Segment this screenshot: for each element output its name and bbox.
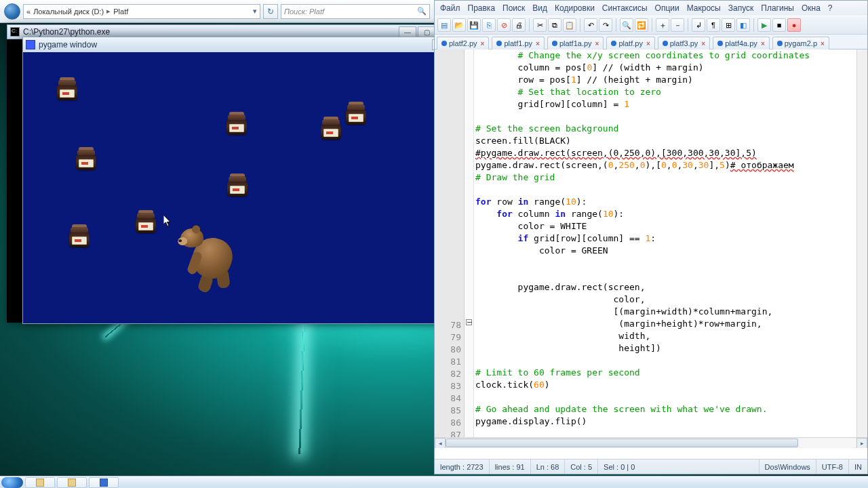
replace-button[interactable]: 🔁	[635, 18, 648, 32]
menu-item-правка[interactable]: Правка	[468, 3, 496, 13]
file-tab[interactable]: platf3.py×	[658, 37, 710, 49]
cmd-icon	[10, 27, 20, 37]
hscroll-left-arrow[interactable]: ◂	[435, 438, 446, 448]
horizontal-scrollbar[interactable]: ◂ ▸	[435, 437, 867, 448]
refresh-button[interactable]: ↻	[263, 4, 278, 19]
macro-play-button[interactable]: ▶	[757, 18, 771, 32]
menu-item-макросы[interactable]: Макросы	[687, 3, 721, 13]
tab-close-icon[interactable]: ×	[481, 40, 485, 47]
vertical-scrollbar[interactable]	[856, 49, 867, 437]
menu-item-файл[interactable]: Файл	[440, 3, 460, 13]
menu-item-запуск[interactable]: Запуск	[728, 3, 754, 13]
file-tab[interactable]: pygam2.p×	[772, 37, 829, 49]
show-all-chars-button[interactable]: ¶	[707, 18, 720, 32]
address-box[interactable]: « Локальный диск (D:) ▸ Platf ▾	[23, 4, 260, 19]
tab-close-icon[interactable]: ×	[701, 40, 705, 47]
status-length: length : 2723	[435, 460, 490, 474]
status-encoding: UTF-8	[816, 460, 849, 474]
file-tab[interactable]: platf4a.py×	[713, 37, 770, 49]
line-number: 85	[435, 405, 461, 417]
redo-button[interactable]: ↷	[599, 18, 612, 32]
tab-status-dot	[611, 41, 616, 46]
code-text[interactable]: # Change the x/y screen coordinates to g…	[475, 49, 856, 437]
jar-sprite	[57, 77, 77, 100]
fold-marker[interactable]	[466, 319, 472, 325]
taskbar-pin-1[interactable]	[25, 477, 55, 488]
tab-label: platf1.py	[504, 39, 532, 47]
search-placeholder: Поиск: Platf	[284, 7, 324, 16]
print-button[interactable]: 🖨	[512, 18, 526, 32]
menu-item-?[interactable]: ?	[828, 3, 833, 13]
jar-sprite	[136, 210, 156, 233]
menu-item-плагины[interactable]: Плагины	[761, 3, 794, 13]
file-tab[interactable]: platf.py×	[606, 37, 654, 49]
wrap-button[interactable]: ↲	[692, 18, 705, 32]
menu-item-кодировки[interactable]: Кодировки	[555, 3, 595, 13]
new-file-button[interactable]: ▤	[437, 18, 451, 32]
open-file-button[interactable]: 📂	[452, 18, 466, 32]
taskbar-pin-3[interactable]	[89, 477, 119, 488]
line-number: 78	[435, 319, 461, 331]
find-button[interactable]: 🔍	[620, 18, 633, 32]
toolbar-sep-2	[580, 18, 580, 32]
start-button[interactable]	[1, 477, 23, 488]
zoom-out-button[interactable]: －	[671, 18, 684, 32]
undo-button[interactable]: ↶	[584, 18, 597, 32]
doc-map-button[interactable]: ◧	[736, 18, 750, 32]
toolbar-sep-4	[652, 18, 652, 32]
status-sel: Sel : 0 | 0	[598, 460, 759, 474]
hscroll-right-arrow[interactable]: ▸	[856, 438, 867, 448]
close-file-button[interactable]: ⊘	[497, 18, 511, 32]
tab-label: platf3.py	[670, 39, 698, 47]
explorer-search[interactable]: Поиск: Platf 🔍	[281, 4, 430, 19]
menu-item-опции[interactable]: Опции	[655, 3, 679, 13]
line-number: 86	[435, 417, 461, 429]
mouse-cursor	[163, 215, 172, 227]
copy-button[interactable]: ⧉	[548, 18, 561, 32]
nav-back-button[interactable]	[4, 3, 20, 20]
file-tab[interactable]: platf1a.py×	[547, 37, 604, 49]
toolbar-sep-5	[688, 18, 688, 32]
tab-close-icon[interactable]: ×	[761, 40, 765, 47]
menu-item-синтаксисы[interactable]: Синтаксисы	[602, 3, 648, 13]
zoom-in-button[interactable]: ＋	[656, 18, 669, 32]
search-icon: 🔍	[417, 7, 427, 16]
save-button[interactable]: 💾	[467, 18, 481, 32]
file-tab[interactable]: platf1.py×	[492, 37, 544, 49]
desktop-root: « Локальный диск (D:) ▸ Platf ▾ ↻ Поиск:…	[0, 0, 868, 488]
file-tab[interactable]: platf2.py×	[437, 37, 489, 49]
pygame-titlebar[interactable]: pygame window — ▢ ✕	[23, 37, 501, 52]
cut-button[interactable]: ✂	[533, 18, 547, 32]
macro-stop-button[interactable]: ■	[772, 18, 786, 32]
minimize-button[interactable]: —	[399, 26, 416, 37]
address-dropdown-icon[interactable]: ▾	[253, 7, 257, 16]
explorer-address-bar: « Локальный диск (D:) ▸ Platf ▾ ↻ Поиск:…	[0, 0, 434, 23]
tab-close-icon[interactable]: ×	[536, 40, 540, 47]
menu-item-окна[interactable]: Окна	[802, 3, 821, 13]
breadcrumb-disk[interactable]: Локальный диск (D:)	[33, 7, 104, 16]
jar-sprite	[226, 112, 247, 135]
menu-item-вид[interactable]: Вид	[532, 3, 547, 13]
pygame-canvas[interactable]	[23, 52, 501, 323]
tab-close-icon[interactable]: ×	[646, 40, 650, 47]
line-number: 79	[435, 331, 461, 344]
line-number: 81	[435, 356, 461, 368]
breadcrumb-folder[interactable]: Platf	[113, 7, 128, 16]
toolbar-sep-3	[616, 18, 616, 32]
taskbar-pin-2[interactable]	[57, 477, 87, 488]
tab-close-icon[interactable]: ×	[821, 40, 825, 47]
tab-status-dot	[552, 41, 557, 46]
hscroll-thumb[interactable]	[446, 439, 798, 447]
fold-column	[465, 49, 474, 437]
macro-record-button[interactable]: ●	[787, 18, 801, 32]
indent-guide-button[interactable]: ⊞	[722, 18, 735, 32]
menu-item-поиск[interactable]: Поиск	[502, 3, 525, 13]
tab-status-dot	[496, 41, 502, 46]
jar-sprite	[69, 224, 90, 247]
windows-taskbar[interactable]	[0, 476, 868, 488]
maximize-button[interactable]: ▢	[418, 26, 435, 37]
save-all-button[interactable]: ⎘	[482, 18, 496, 32]
tab-close-icon[interactable]: ×	[595, 40, 599, 47]
paste-button[interactable]: 📋	[563, 18, 576, 32]
jar-sprite	[346, 102, 366, 125]
